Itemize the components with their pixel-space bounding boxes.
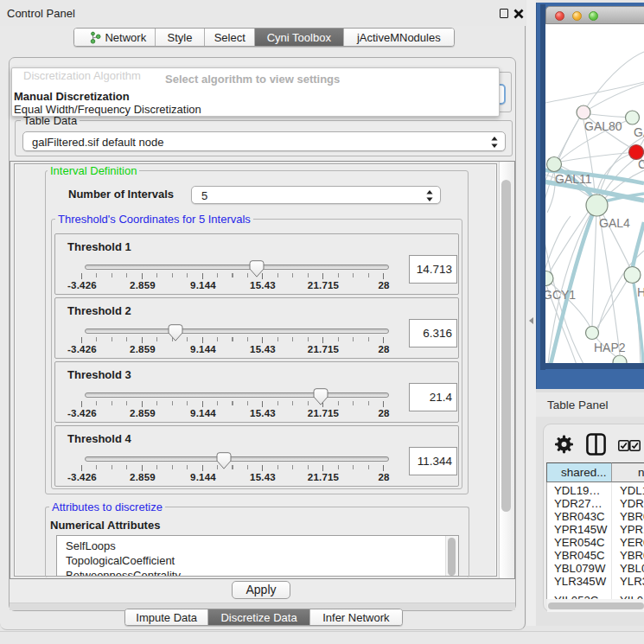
svg-text:GAL11: GAL11: [555, 172, 592, 186]
svg-text:C: C: [638, 157, 644, 171]
svg-text:HAP2: HAP2: [594, 341, 626, 354]
svg-text:GA: GA: [634, 125, 644, 139]
svg-text:GAL80: GAL80: [584, 119, 622, 133]
svg-text:H: H: [637, 285, 644, 299]
svg-text:GCY1: GCY1: [545, 288, 576, 302]
svg-text:GAL4: GAL4: [599, 216, 630, 230]
